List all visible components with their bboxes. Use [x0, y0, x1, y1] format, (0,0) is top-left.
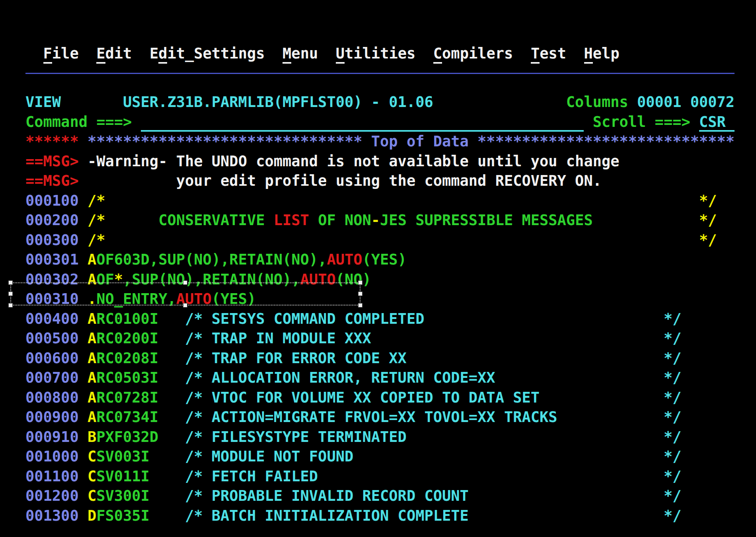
editor-line-000900: 000900 ARC0734I /* ACTION=MIGRATE FRVOL=…: [25, 407, 756, 427]
msg-text: -Warning- The UNDO command is not availa…: [88, 153, 620, 170]
line-number: 000200: [25, 212, 79, 229]
selection-box[interactable]: [10, 282, 360, 305]
line-number: 001000: [25, 448, 79, 465]
command-prompt: Command ===>: [25, 113, 132, 130]
scroll-prompt: Scroll ===>: [593, 113, 690, 130]
dataset-title: VIEW USER.Z31B.PARMLIB(MPFLST00) - 01.06: [25, 93, 433, 111]
editor-line-000910: 000910 BPXF032D /* FILESYSTYPE TERMINATE…: [25, 427, 756, 447]
line-number: 000300: [25, 232, 79, 249]
editor-line-000200: 000200 /* CONSERVATIVE LIST OF NON-JES S…: [25, 210, 756, 230]
line-number: 000900: [25, 409, 79, 426]
line-number: 000910: [25, 428, 79, 446]
top-of-data-label: Top of Data: [362, 133, 478, 150]
columns-label: Columns: [566, 93, 628, 111]
msg-line-1: ==MSG> -Warning- The UNDO command is not…: [25, 152, 756, 171]
editor-line-000400: 000400 ARC0100I /* SETSYS COMMAND COMPLE…: [25, 309, 756, 329]
editor-line-000301: 000301 AOF603D,SUP(NO),RETAIN(NO),AUTO(Y…: [25, 250, 756, 270]
divider-line: [25, 73, 735, 74]
menu-item-edit-settings[interactable]: Edit_Settings: [150, 45, 265, 64]
editor-line-000300: 000300 /* */: [25, 230, 756, 250]
editor-line-000700: 000700 ARC0503I /* ALLOCATION ERROR, RET…: [25, 368, 756, 388]
selection-handle-nw[interactable]: [8, 280, 13, 285]
menu-item-file[interactable]: File: [43, 45, 79, 64]
line-number: 001300: [25, 507, 79, 524]
selection-handle-ne[interactable]: [358, 280, 362, 285]
menu-item-test[interactable]: Test: [531, 45, 566, 64]
menu-item-menu[interactable]: Menu: [283, 45, 318, 64]
line-number: 000500: [25, 330, 79, 347]
editor-line-000100: 000100 /* */: [25, 191, 756, 211]
menu-item-compilers[interactable]: Compilers: [433, 45, 513, 64]
title-line: VIEW USER.Z31B.PARMLIB(MPFLST00) - 01.06…: [25, 92, 756, 112]
line-number: 000301: [25, 251, 79, 268]
line-number: 001200: [25, 487, 79, 504]
editor-line-001000: 001000 CSV003I /* MODULE NOT FOUND */: [25, 447, 756, 467]
line-number: 001100: [25, 468, 79, 485]
line-number: 000800: [25, 389, 79, 406]
selection-handle-w[interactable]: [8, 292, 13, 296]
editor-line-001100: 001100 CSV011I /* FETCH FAILED */: [25, 467, 756, 486]
scroll-input[interactable]: CSR: [699, 114, 735, 132]
line-number: 000400: [25, 310, 79, 327]
top-of-data-line: ****** ******************************* T…: [25, 132, 756, 152]
editor-line-000500: 000500 ARC0200I /* TRAP IN MODULE XXX */: [25, 329, 756, 348]
editor-line-000800: 000800 ARC0728I /* VTOC FOR VOLUME XX CO…: [25, 388, 756, 408]
msg-tag: ==MSG>: [25, 172, 79, 189]
menu-bar: File Edit Edit_Settings Menu Utilities C…: [25, 44, 756, 64]
divider: [25, 73, 756, 93]
menu-item-utilities[interactable]: Utilities: [336, 45, 416, 64]
command-line: Command ===> Scroll ===> CSR: [25, 112, 756, 132]
ispf-editor-screen: File Edit Edit_Settings Menu Utilities C…: [0, 0, 756, 537]
selection-handle-sw[interactable]: [8, 303, 13, 307]
msg-tag: ==MSG>: [25, 153, 79, 170]
menu-item-edit[interactable]: Edit: [96, 45, 132, 64]
editor-line-001200: 001200 CSV300I /* PROBABLE INVALID RECOR…: [25, 486, 756, 506]
columns-range: 00001 00072: [637, 93, 735, 111]
selection-handle-s[interactable]: [183, 303, 187, 307]
command-input[interactable]: [141, 114, 584, 132]
selection-handle-e[interactable]: [358, 292, 362, 296]
msg-text: your edit profile using the command RECO…: [176, 172, 602, 189]
editor-line-000600: 000600 ARC0208I /* TRAP FOR ERROR CODE X…: [25, 348, 756, 368]
line-number: 000600: [25, 350, 79, 367]
editor-line-001300: 001300 DFS035I /* BATCH INITIALIZATION C…: [25, 506, 756, 526]
selection-handle-se[interactable]: [358, 303, 362, 307]
msg-line-2: ==MSG> your edit profile using the comma…: [25, 171, 756, 191]
line-number: 000100: [25, 192, 79, 209]
menu-item-help[interactable]: Help: [584, 45, 620, 64]
line-number: 000700: [25, 369, 79, 386]
selection-handle-n[interactable]: [183, 280, 187, 285]
